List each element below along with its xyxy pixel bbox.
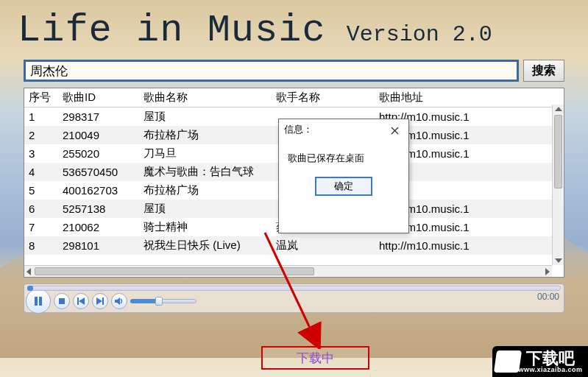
- table-row[interactable]: 8298101祝我生日快乐 (Live)温岚http://m10.music.1: [24, 236, 564, 255]
- svg-rect-0: [35, 297, 38, 306]
- search-row: 搜索: [3, 55, 585, 88]
- cell-id: 298101: [58, 236, 139, 255]
- play-pause-button[interactable]: [26, 289, 51, 314]
- horizontal-scrollbar[interactable]: [24, 265, 552, 277]
- cell-id: 536570450: [58, 163, 139, 181]
- dialog-title: 信息：: [284, 123, 313, 138]
- search-button[interactable]: 搜索: [523, 60, 564, 82]
- svg-marker-5: [96, 297, 102, 305]
- cell-name: 屋顶: [139, 108, 272, 127]
- mute-button[interactable]: [111, 293, 127, 309]
- cell-n: 8: [24, 236, 58, 255]
- playback-progress[interactable]: [27, 286, 561, 291]
- cell-n: 1: [24, 108, 58, 127]
- table-header-row: 序号 歌曲ID 歌曲名称 歌手名称 歌曲地址: [24, 88, 564, 108]
- cell-id: 255020: [58, 144, 139, 163]
- cell-n: 3: [24, 144, 58, 163]
- volume-icon: [115, 297, 124, 306]
- svg-marker-7: [115, 297, 120, 305]
- watermark-url: www.xiazaiba.com: [518, 367, 582, 373]
- download-label: 下载中: [297, 350, 334, 367]
- next-button[interactable]: [92, 293, 108, 309]
- cell-id: 400162703: [58, 181, 139, 200]
- cell-name: 骑士精神: [139, 218, 272, 236]
- player-session-time: 00:00: [537, 292, 559, 302]
- cell-id: 5257138: [58, 200, 139, 218]
- watermark: 下载吧 www.xiazaiba.com: [492, 346, 588, 377]
- prev-icon: [77, 297, 85, 305]
- cell-url: http://m10.music.1: [375, 236, 564, 255]
- horizontal-scroll-thumb[interactable]: [35, 267, 314, 275]
- watermark-text: 下载吧: [526, 350, 575, 367]
- prev-button[interactable]: [73, 293, 89, 309]
- cell-name: 布拉格广场: [139, 181, 272, 200]
- cell-id: 210049: [58, 126, 139, 144]
- info-dialog: 信息： 歌曲已保存在桌面 确定: [278, 119, 409, 233]
- header: Life in Music Version 2.0: [3, 3, 585, 55]
- col-url[interactable]: 歌曲地址: [375, 88, 564, 108]
- download-status[interactable]: 下载中: [261, 346, 369, 370]
- svg-rect-1: [39, 297, 42, 306]
- cell-name: 刀马旦: [139, 144, 272, 163]
- svg-rect-2: [59, 298, 65, 304]
- cell-id: 298317: [58, 108, 139, 127]
- col-song-id[interactable]: 歌曲ID: [58, 88, 139, 108]
- cell-name: 魔术与歌曲：告白气球: [139, 163, 272, 181]
- cell-n: 6: [24, 200, 58, 218]
- dialog-ok-button[interactable]: 确定: [315, 177, 372, 196]
- col-artist[interactable]: 歌手名称: [272, 88, 375, 108]
- cell-name: 布拉格广场: [139, 126, 272, 144]
- cell-name: 屋顶: [139, 200, 272, 218]
- stop-button[interactable]: [54, 293, 70, 309]
- next-icon: [96, 297, 104, 305]
- app-version: Version 2.0: [347, 22, 492, 47]
- cell-artist: 温岚: [272, 236, 375, 255]
- vertical-scroll-thumb[interactable]: [554, 115, 562, 188]
- cell-n: 5: [24, 181, 58, 200]
- cell-n: 7: [24, 218, 58, 236]
- vertical-scrollbar[interactable]: [552, 105, 564, 265]
- col-index[interactable]: 序号: [24, 88, 58, 108]
- volume-slider[interactable]: [130, 299, 196, 303]
- cell-n: 2: [24, 126, 58, 144]
- dialog-message: 歌曲已保存在桌面: [279, 141, 408, 172]
- cell-name: 祝我生日快乐 (Live): [139, 236, 272, 255]
- col-song-name[interactable]: 歌曲名称: [139, 88, 272, 108]
- svg-rect-6: [102, 297, 104, 305]
- close-icon: [391, 127, 399, 135]
- media-player: 00:00: [24, 283, 564, 313]
- stop-icon: [59, 298, 65, 304]
- pause-icon: [33, 296, 43, 306]
- cell-id: 210062: [58, 218, 139, 236]
- volume-thumb[interactable]: [155, 297, 163, 306]
- dialog-close-button[interactable]: [386, 123, 403, 138]
- svg-marker-4: [79, 297, 85, 305]
- search-input[interactable]: [24, 60, 519, 82]
- app-title: Life in Music: [18, 9, 326, 52]
- cell-n: 4: [24, 163, 58, 181]
- svg-rect-3: [77, 297, 79, 305]
